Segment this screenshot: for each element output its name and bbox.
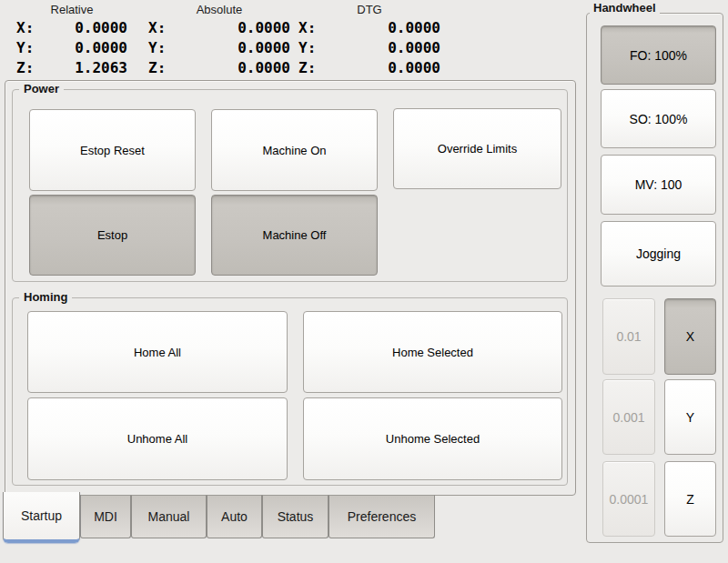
increment-0-0001-button[interactable]: 0.0001 <box>602 461 655 537</box>
axis-value: 0.0000 <box>388 18 440 38</box>
axis-label: Y: <box>298 38 316 58</box>
dro-header-dtg: DTG <box>298 0 440 18</box>
dro-absolute-z: Z: 0.0000 <box>148 58 290 78</box>
tab-mdi[interactable]: MDI <box>80 495 131 538</box>
tab-status[interactable]: Status <box>262 495 329 538</box>
axis-value: 0.0000 <box>75 38 127 58</box>
override-limits-button[interactable]: Override Limits <box>393 108 561 189</box>
axis-value: 0.0000 <box>238 18 290 38</box>
axis-z-button[interactable]: Z <box>664 461 716 537</box>
home-selected-button[interactable]: Home Selected <box>303 311 562 393</box>
max-velocity-button[interactable]: MV: 100 <box>601 155 716 215</box>
dro-header-relative: Relative <box>16 0 127 18</box>
tab-auto[interactable]: Auto <box>207 495 262 538</box>
dro-header-absolute: Absolute <box>148 0 290 18</box>
axis-value: 0.0000 <box>75 18 127 38</box>
spindle-override-button[interactable]: SO: 100% <box>601 89 716 148</box>
tab-manual[interactable]: Manual <box>131 495 207 538</box>
dro-column-relative: Relative X: 0.0000 Y: 0.0000 Z: 1.2063 <box>16 0 127 78</box>
increment-0-01-button[interactable]: 0.01 <box>602 298 655 375</box>
axis-value: 0.0000 <box>238 58 290 78</box>
home-all-button[interactable]: Home All <box>27 311 288 393</box>
axis-label: Z: <box>16 58 34 78</box>
axis-y-button[interactable]: Y <box>664 379 716 455</box>
machine-off-button[interactable]: Machine Off <box>211 195 378 276</box>
axis-label: X: <box>298 18 316 38</box>
increment-0-001-button[interactable]: 0.001 <box>602 379 655 455</box>
unhome-selected-button[interactable]: Unhome Selected <box>303 397 562 480</box>
axis-label: X: <box>148 18 166 38</box>
tab-startup[interactable]: Startup <box>3 492 80 543</box>
dro-relative-x: X: 0.0000 <box>16 18 127 38</box>
axis-label: X: <box>16 18 34 38</box>
tab-preferences[interactable]: Preferences <box>329 495 435 538</box>
dro-dtg-y: Y: 0.0000 <box>298 38 440 58</box>
jogging-button[interactable]: Jogging <box>601 221 716 287</box>
dro-column-dtg: DTG X: 0.0000 Y: 0.0000 Z: 0.0000 <box>298 0 440 78</box>
homing-groupbox-title: Homing <box>19 290 72 304</box>
cnc-control-window: Relative X: 0.0000 Y: 0.0000 Z: 1.2063 A… <box>0 0 728 563</box>
axis-value: 0.0000 <box>388 38 440 58</box>
feed-override-button[interactable]: FO: 100% <box>601 25 716 85</box>
dro-absolute-x: X: 0.0000 <box>148 18 290 38</box>
axis-label: Y: <box>148 38 166 58</box>
dro-column-absolute: Absolute X: 0.0000 Y: 0.0000 Z: 0.0000 <box>148 0 290 78</box>
axis-label: Y: <box>16 38 34 58</box>
estop-reset-button[interactable]: Estop Reset <box>29 109 196 191</box>
axis-label: Z: <box>298 58 316 78</box>
handwheel-title: Handwheel <box>590 1 660 15</box>
machine-on-button[interactable]: Machine On <box>211 109 378 191</box>
dro-absolute-y: Y: 0.0000 <box>148 38 290 58</box>
unhome-all-button[interactable]: Unhome All <box>27 397 288 480</box>
estop-button[interactable]: Estop <box>29 195 196 276</box>
axis-value: 1.2063 <box>75 58 127 78</box>
dro-dtg-x: X: 0.0000 <box>298 18 440 38</box>
dro-dtg-z: Z: 0.0000 <box>298 58 440 78</box>
dro-relative-y: Y: 0.0000 <box>16 38 127 58</box>
axis-x-button[interactable]: X <box>664 298 716 375</box>
axis-value: 0.0000 <box>238 38 290 58</box>
axis-value: 0.0000 <box>388 58 440 78</box>
axis-label: Z: <box>148 58 166 78</box>
power-groupbox-title: Power <box>19 82 64 96</box>
dro-relative-z: Z: 1.2063 <box>16 58 127 78</box>
